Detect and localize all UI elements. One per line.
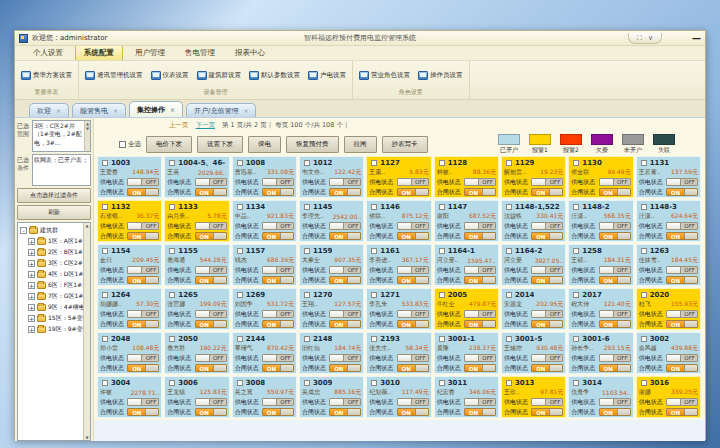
- supply-toggle[interactable]: OFF: [464, 354, 496, 362]
- room-checkbox[interactable]: [169, 380, 175, 386]
- supply-toggle[interactable]: OFF: [329, 178, 361, 186]
- tree-item[interactable]: +19区：9#变电站（: [20, 324, 82, 335]
- room-checkbox[interactable]: [102, 292, 108, 298]
- supply-toggle[interactable]: OFF: [666, 178, 698, 186]
- breaker-toggle[interactable]: ON: [262, 232, 294, 240]
- breaker-toggle[interactable]: ON: [531, 232, 563, 240]
- expand-icon[interactable]: +: [28, 282, 35, 289]
- close-icon[interactable]: ×: [243, 107, 248, 114]
- supply-toggle[interactable]: OFF: [464, 310, 496, 318]
- breaker-toggle[interactable]: ON: [127, 188, 159, 196]
- breaker-toggle[interactable]: ON: [195, 276, 227, 284]
- supply-toggle[interactable]: OFF: [329, 222, 361, 230]
- room-checkbox[interactable]: [506, 292, 512, 298]
- supply-toggle[interactable]: OFF: [195, 354, 227, 362]
- menu-tab-系统配置[interactable]: 系统配置: [75, 45, 123, 60]
- select-all[interactable]: 全选: [119, 140, 141, 149]
- room-checkbox[interactable]: [304, 292, 310, 298]
- supply-toggle[interactable]: OFF: [666, 354, 698, 362]
- breaker-toggle[interactable]: ON: [329, 364, 361, 372]
- collapse-icon[interactable]: -: [20, 227, 27, 234]
- supply-toggle[interactable]: OFF: [329, 266, 361, 274]
- supply-toggle[interactable]: OFF: [531, 222, 563, 230]
- room-checkbox[interactable]: [573, 380, 579, 386]
- tree-scrollbar[interactable]: [83, 223, 90, 440]
- breaker-toggle[interactable]: ON: [397, 320, 429, 328]
- room-checkbox[interactable]: [641, 160, 647, 166]
- supply-toggle[interactable]: OFF: [195, 222, 227, 230]
- supply-toggle[interactable]: OFF: [329, 310, 361, 318]
- breaker-toggle[interactable]: ON: [329, 408, 361, 416]
- room-checkbox[interactable]: [641, 292, 647, 298]
- supply-toggle[interactable]: OFF: [127, 222, 159, 230]
- supply-toggle[interactable]: OFF: [464, 266, 496, 274]
- breaker-toggle[interactable]: ON: [262, 408, 294, 416]
- supply-toggle[interactable]: OFF: [599, 310, 631, 318]
- breaker-toggle[interactable]: ON: [262, 276, 294, 284]
- chevron-down-icon[interactable]: ∨: [648, 34, 653, 42]
- breaker-toggle[interactable]: ON: [531, 364, 563, 372]
- tree-item[interactable]: +4区：D区1#井（: [20, 269, 82, 280]
- next-page-link[interactable]: 下一页: [196, 121, 216, 130]
- ribbon-button-户电设置[interactable]: 户电设置: [305, 69, 349, 82]
- breaker-toggle[interactable]: ON: [599, 364, 631, 372]
- supply-toggle[interactable]: OFF: [195, 310, 227, 318]
- supply-toggle[interactable]: OFF: [599, 354, 631, 362]
- room-checkbox[interactable]: [304, 204, 310, 210]
- breaker-toggle[interactable]: ON: [329, 188, 361, 196]
- room-checkbox[interactable]: [237, 292, 243, 298]
- expand-icon[interactable]: +: [28, 293, 35, 300]
- skin-icon[interactable]: ⛶: [637, 34, 642, 42]
- breaker-toggle[interactable]: ON: [666, 276, 698, 284]
- supply-toggle[interactable]: OFF: [262, 398, 294, 406]
- supply-toggle[interactable]: OFF: [127, 310, 159, 318]
- toolbar-button-保电[interactable]: 保电: [248, 136, 281, 153]
- supply-toggle[interactable]: OFF: [599, 266, 631, 274]
- window-style-controls[interactable]: ⛶ ∨: [628, 33, 662, 44]
- breaker-toggle[interactable]: ON: [195, 408, 227, 416]
- tree-root[interactable]: - 建筑群: [20, 225, 82, 236]
- room-checkbox[interactable]: [641, 336, 647, 342]
- tree-item[interactable]: +2区：B区1#井(宿: [20, 247, 82, 258]
- room-checkbox[interactable]: [237, 336, 243, 342]
- breaker-toggle[interactable]: ON: [531, 188, 563, 196]
- toolbar-button-抄表写卡[interactable]: 抄表写卡: [382, 136, 428, 153]
- breaker-toggle[interactable]: ON: [195, 232, 227, 240]
- doc-tab-欢迎[interactable]: 欢迎×: [29, 103, 69, 117]
- supply-toggle[interactable]: OFF: [262, 354, 294, 362]
- tree-item[interactable]: +1区：A区1#井: [20, 236, 82, 247]
- breaker-toggle[interactable]: ON: [127, 232, 159, 240]
- breaker-toggle[interactable]: ON: [531, 276, 563, 284]
- minimize-button[interactable]: —: [692, 35, 701, 42]
- breaker-toggle[interactable]: ON: [127, 408, 159, 416]
- supply-toggle[interactable]: OFF: [397, 178, 429, 186]
- breaker-toggle[interactable]: ON: [195, 364, 227, 372]
- breaker-toggle[interactable]: ON: [599, 188, 631, 196]
- supply-toggle[interactable]: OFF: [397, 398, 429, 406]
- room-checkbox[interactable]: [304, 336, 310, 342]
- supply-toggle[interactable]: OFF: [329, 398, 361, 406]
- breaker-toggle[interactable]: ON: [531, 408, 563, 416]
- breaker-toggle[interactable]: ON: [397, 232, 429, 240]
- supply-toggle[interactable]: OFF: [531, 266, 563, 274]
- room-checkbox[interactable]: [169, 160, 175, 166]
- breaker-toggle[interactable]: ON: [666, 232, 698, 240]
- close-icon[interactable]: ×: [170, 106, 175, 113]
- menu-tab-用户管理[interactable]: 用户管理: [127, 46, 173, 60]
- tree-item[interactable]: +9区：4#继电井（: [20, 302, 82, 313]
- select-all-checkbox[interactable]: [119, 141, 126, 148]
- toolbar-button-设置下发[interactable]: 设置下发: [197, 136, 243, 153]
- room-checkbox[interactable]: [237, 204, 243, 210]
- room-checkbox[interactable]: [573, 292, 579, 298]
- tree-item[interactable]: +3区：C区2#井（: [20, 258, 82, 269]
- supply-toggle[interactable]: OFF: [464, 178, 496, 186]
- supply-toggle[interactable]: OFF: [531, 178, 563, 186]
- room-checkbox[interactable]: [506, 336, 512, 342]
- prev-page-link[interactable]: 上一页: [169, 121, 189, 130]
- breaker-toggle[interactable]: ON: [464, 320, 496, 328]
- breaker-toggle[interactable]: ON: [666, 188, 698, 196]
- breaker-toggle[interactable]: ON: [262, 364, 294, 372]
- breaker-toggle[interactable]: ON: [329, 232, 361, 240]
- room-checkbox[interactable]: [169, 336, 175, 342]
- room-checkbox[interactable]: [304, 380, 310, 386]
